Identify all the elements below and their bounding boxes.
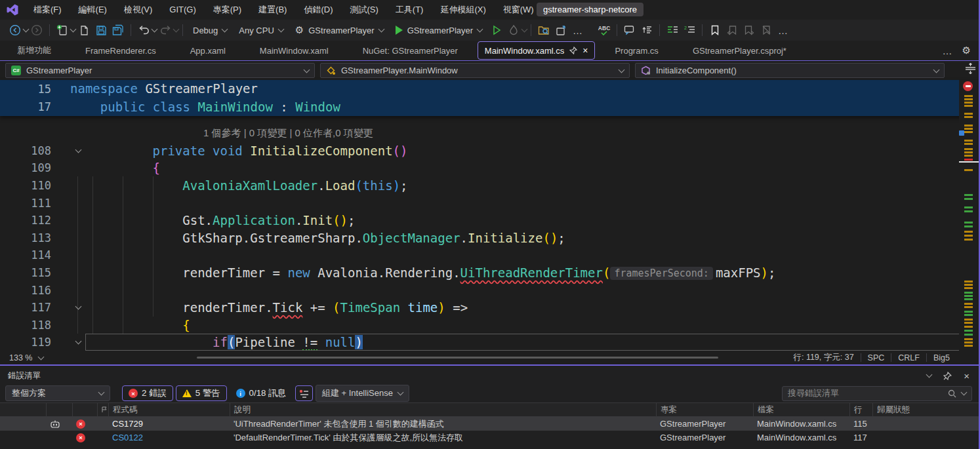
spell-checker-button[interactable]: ABC <box>596 22 612 39</box>
member-dropdown[interactable]: InitializeComponent() <box>635 63 945 78</box>
hot-reload-dropdown-icon[interactable] <box>521 26 528 33</box>
redo-button[interactable] <box>157 22 173 39</box>
undo-dropdown-icon[interactable] <box>152 26 158 33</box>
navigate-back-button[interactable] <box>7 22 23 39</box>
hot-reload-button[interactable] <box>506 22 521 39</box>
code-line[interactable]: 115 renderTimer = new Avalonia.Rendering… <box>0 264 980 282</box>
pin-icon[interactable] <box>569 47 577 54</box>
toolbar-overflow-button[interactable]: … <box>570 22 586 39</box>
menu-item-7[interactable]: 測試(S) <box>341 0 386 20</box>
fold-chevron-icon[interactable] <box>75 338 82 345</box>
code-line[interactable]: 116 <box>0 281 980 299</box>
tab-settings-gear-icon[interactable]: ⚙ <box>962 45 971 56</box>
solution-name-box[interactable]: gstreamer-sharp-netcore <box>537 3 643 16</box>
new-project-button[interactable] <box>54 22 70 39</box>
find-in-files-button[interactable] <box>536 22 552 39</box>
code-line[interactable]: 109 { <box>0 159 980 177</box>
scope-filter-dropdown[interactable]: 整個方案 <box>5 385 110 401</box>
error-code-link[interactable]: CS1729 <box>112 419 143 429</box>
col-suggestion[interactable] <box>46 403 72 416</box>
tab-1[interactable]: FrameRenderer.cs <box>68 42 173 59</box>
tab-7[interactable]: GStreamerPlayer.csproj* <box>676 42 804 59</box>
line-column-indicator[interactable]: 行: 119, 字元: 37 <box>786 352 860 363</box>
spaces-indicator[interactable]: SPC <box>861 353 891 362</box>
tab-0[interactable]: 新增功能 <box>0 42 68 59</box>
sticky-code-line[interactable]: 15namespace GStreamerPlayer <box>0 80 980 98</box>
menu-item-6[interactable]: 偵錯(D) <box>295 0 341 20</box>
next-bookmark-button[interactable] <box>741 22 757 39</box>
redo-dropdown-icon[interactable] <box>173 26 180 33</box>
col-severity[interactable] <box>72 403 97 416</box>
decrease-indent-button[interactable] <box>664 22 680 39</box>
copilot-icon[interactable] <box>50 420 72 429</box>
solution-configuration-dropdown[interactable]: Debug <box>187 22 233 39</box>
panel-close-icon[interactable]: × <box>964 370 970 381</box>
menu-item-2[interactable]: 檢視(V) <box>115 0 161 20</box>
start-without-debugging-button[interactable] <box>489 22 504 39</box>
messages-filter-button[interactable]: i 0/18 訊息 <box>230 385 293 401</box>
col-file[interactable]: 檔案 <box>753 403 849 416</box>
multi-filter-button[interactable] <box>295 385 313 401</box>
bookmark-overflow-button[interactable]: … <box>775 22 791 39</box>
encoding-indicator[interactable]: Big5 <box>927 353 956 362</box>
warnings-filter-button[interactable]: 5 警告 <box>176 385 227 401</box>
package-publish-button[interactable] <box>553 22 569 39</box>
comment-button[interactable] <box>622 22 638 39</box>
errors-filter-button[interactable]: × 2 錯誤 <box>122 385 173 401</box>
navigate-forward-button[interactable] <box>29 22 45 39</box>
tab-6[interactable]: Program.cs <box>598 42 675 59</box>
menu-item-9[interactable]: 延伸模組(X) <box>432 0 494 20</box>
tab-3[interactable]: MainWindow.xaml <box>243 42 346 59</box>
code-line[interactable]: 119 if(Pipeline != null) <box>0 334 980 351</box>
solution-platform-dropdown[interactable]: Any CPU <box>233 22 289 39</box>
code-editor[interactable]: 1071 個參考 | 0 項變更 | 0 位作者,0 項變更108 privat… <box>0 80 980 366</box>
increase-indent-button[interactable]: 2 <box>682 22 697 39</box>
navigate-back-dropdown-icon[interactable] <box>23 26 30 33</box>
line-ending-indicator[interactable]: CRLF <box>891 353 926 362</box>
error-code-cell[interactable]: CS1729 <box>108 419 230 429</box>
type-dropdown[interactable]: GStreamerPlayer.MainWindow <box>320 63 630 78</box>
code-line[interactable]: 114 <box>0 246 980 264</box>
menu-item-4[interactable]: 專案(P) <box>205 0 250 20</box>
source-filter-dropdown[interactable]: 組建 + IntelliSense <box>316 385 409 402</box>
error-row-0[interactable]: ×CS1729'UiThreadRenderTimer' 未包含使用 1 個引數… <box>0 417 980 431</box>
error-code-link[interactable]: CS0122 <box>112 433 143 442</box>
codelens-indicator[interactable]: 1 個參考 | 0 項變更 | 0 位作者,0 項變更 <box>203 127 373 140</box>
code-line[interactable]: 113 GtkSharp.GstreamerSharp.ObjectManage… <box>0 229 980 247</box>
sticky-code-line[interactable]: 17 public class MainWindow : Window <box>0 98 980 117</box>
code-line[interactable]: 111 <box>0 194 980 212</box>
tab-list-overflow-button[interactable]: … <box>943 45 953 56</box>
col-flag[interactable] <box>97 403 108 416</box>
error-list-search-input[interactable]: 搜尋錯誤清單 <box>782 386 972 401</box>
split-editor-handle[interactable] <box>965 63 976 74</box>
panel-pin-icon[interactable] <box>943 372 952 380</box>
zoom-control[interactable]: 133 % <box>3 353 50 362</box>
code-line[interactable]: 108 private void InitializeComponent() <box>0 142 980 160</box>
code-line[interactable]: 117 renderTimer.Tick += (TimeSpan time) … <box>0 299 980 317</box>
fold-chevron-icon[interactable] <box>75 146 82 153</box>
save-button[interactable] <box>93 22 109 39</box>
tab-4[interactable]: NuGet: GStreamerPlayer <box>346 42 475 59</box>
save-all-button[interactable] <box>110 22 126 39</box>
startup-project-dropdown[interactable]: ⚙ GStreamerPlayer <box>289 22 390 39</box>
menu-item-0[interactable]: 檔案(F) <box>25 0 70 20</box>
error-code-cell[interactable]: CS0122 <box>108 433 230 442</box>
error-row-1[interactable]: ×CS0122'DefaultRenderTimer.Tick' 由於其保護層級… <box>0 431 980 444</box>
open-file-button[interactable] <box>76 22 92 39</box>
close-icon[interactable]: × <box>582 45 588 56</box>
col-description[interactable]: 說明 <box>230 403 656 416</box>
code-line[interactable]: 107 <box>0 116 980 125</box>
overview-ruler[interactable] <box>959 80 979 351</box>
col-code[interactable]: 程式碼 <box>108 403 230 416</box>
menu-item-1[interactable]: 編輯(E) <box>70 0 115 20</box>
horizontal-scrollbar[interactable] <box>197 357 718 359</box>
menu-item-8[interactable]: 工具(T) <box>387 0 432 20</box>
project-dropdown[interactable]: C# GStreamerPlayer <box>5 63 315 78</box>
fold-chevron-icon[interactable] <box>75 303 82 310</box>
code-line[interactable]: 112 Gst.Application.Init(); <box>0 212 980 229</box>
previous-bookmark-button[interactable] <box>724 22 740 39</box>
panel-collapse-icon[interactable] <box>926 372 933 378</box>
menu-item-10[interactable]: 視窗(W) <box>495 0 542 20</box>
menu-item-3[interactable]: GIT(G) <box>161 0 204 20</box>
new-project-dropdown-icon[interactable] <box>70 26 77 33</box>
